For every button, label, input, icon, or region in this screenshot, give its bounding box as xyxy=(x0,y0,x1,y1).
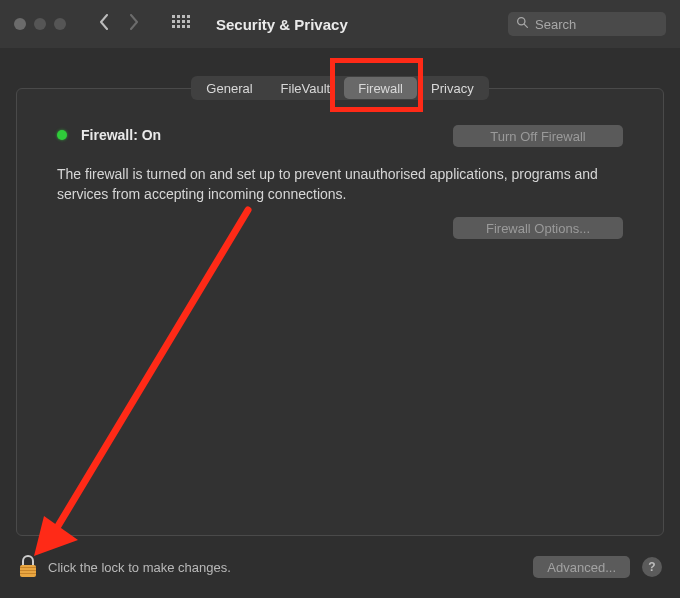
tab-label: General xyxy=(206,81,252,96)
svg-rect-15 xyxy=(20,567,36,568)
traffic-lights xyxy=(14,18,66,30)
search-field[interactable] xyxy=(508,12,666,36)
svg-rect-11 xyxy=(187,25,190,28)
minimize-window-button[interactable] xyxy=(34,18,46,30)
tab-general[interactable]: General xyxy=(192,77,266,99)
turn-off-firewall-button[interactable]: Turn Off Firewall xyxy=(453,125,623,147)
footer: Click the lock to make changes. Advanced… xyxy=(0,536,680,598)
forward-button[interactable] xyxy=(128,14,140,34)
svg-rect-5 xyxy=(177,20,180,23)
tabs: General FileVault Firewall Privacy xyxy=(0,76,680,100)
search-input[interactable] xyxy=(535,17,658,32)
lock-icon[interactable] xyxy=(18,555,38,579)
svg-rect-4 xyxy=(172,20,175,23)
svg-rect-0 xyxy=(172,15,175,18)
svg-rect-9 xyxy=(177,25,180,28)
tab-firewall[interactable]: Firewall xyxy=(344,77,417,99)
svg-rect-8 xyxy=(172,25,175,28)
back-button[interactable] xyxy=(98,14,110,34)
svg-rect-2 xyxy=(182,15,185,18)
svg-rect-16 xyxy=(20,570,36,571)
zoom-window-button[interactable] xyxy=(54,18,66,30)
help-label: ? xyxy=(648,560,655,574)
svg-line-13 xyxy=(524,24,527,27)
help-button[interactable]: ? xyxy=(642,557,662,577)
svg-rect-10 xyxy=(182,25,185,28)
show-all-button[interactable] xyxy=(172,15,190,33)
search-icon xyxy=(516,15,529,33)
close-window-button[interactable] xyxy=(14,18,26,30)
svg-rect-17 xyxy=(20,573,36,574)
firewall-options-button[interactable]: Firewall Options... xyxy=(453,217,623,239)
tab-privacy[interactable]: Privacy xyxy=(417,77,488,99)
lock-hint-text: Click the lock to make changes. xyxy=(48,560,533,575)
content-pane: Firewall: On Turn Off Firewall The firew… xyxy=(16,88,664,536)
advanced-button[interactable]: Advanced... xyxy=(533,556,630,578)
tab-label: Firewall xyxy=(358,81,403,96)
tab-label: Privacy xyxy=(431,81,474,96)
svg-rect-3 xyxy=(187,15,190,18)
svg-rect-6 xyxy=(182,20,185,23)
firewall-status-label: Firewall: On xyxy=(81,127,161,143)
nav-arrows xyxy=(98,14,140,34)
status-dot-icon xyxy=(57,130,67,140)
firewall-description: The firewall is turned on and set up to … xyxy=(57,165,617,204)
svg-rect-7 xyxy=(187,20,190,23)
titlebar: Security & Privacy xyxy=(0,0,680,48)
tab-filevault[interactable]: FileVault xyxy=(267,77,345,99)
svg-rect-1 xyxy=(177,15,180,18)
window-title: Security & Privacy xyxy=(216,16,348,33)
tab-label: FileVault xyxy=(281,81,331,96)
